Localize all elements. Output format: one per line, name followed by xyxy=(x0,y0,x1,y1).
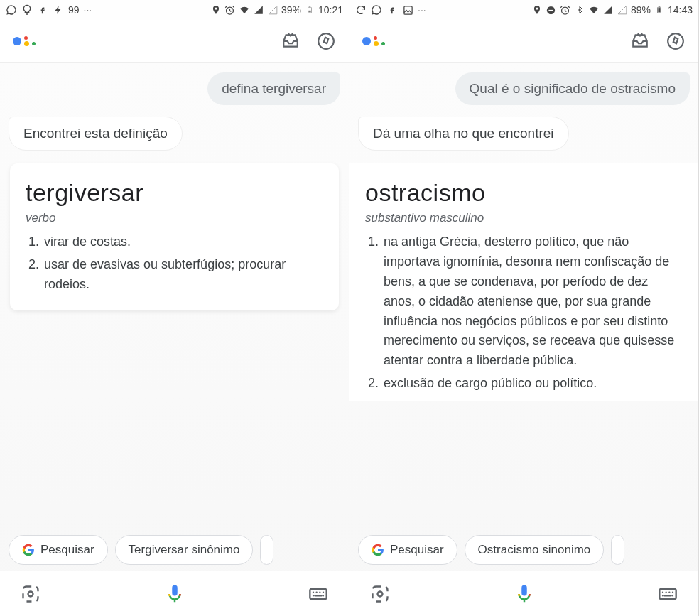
definition-card: ostracismo substantivo masculino 1.na an… xyxy=(350,163,698,401)
chip-label: Pesquisar xyxy=(390,543,444,557)
bluetooth-icon xyxy=(574,4,585,16)
definition-card: tergiversar verbo 1.virar de costas. 2.u… xyxy=(10,163,339,310)
chip-overflow[interactable] xyxy=(611,535,624,565)
inbox-icon[interactable] xyxy=(281,31,300,51)
chat-area: defina tergiversar Encontrei esta defini… xyxy=(0,63,349,616)
google-g-icon xyxy=(372,544,384,556)
image-icon xyxy=(402,4,413,16)
bottom-action-bar xyxy=(0,571,349,616)
svg-rect-2 xyxy=(308,11,310,12)
more-dots: ··· xyxy=(418,4,426,16)
chip-label: Pesquisar xyxy=(40,543,94,557)
status-bar: ··· 89% xyxy=(350,0,698,20)
svg-rect-3 xyxy=(309,6,310,7)
bolt-icon xyxy=(53,4,64,16)
battery-percent: 89% xyxy=(631,4,651,16)
google-g-icon xyxy=(22,544,35,556)
facebook-icon xyxy=(37,4,48,16)
assistant-topbar xyxy=(350,20,698,63)
alarm-icon xyxy=(560,4,571,16)
chip-label: Ostracismo sinonimo xyxy=(478,543,591,557)
chat-area: Qual é o significado de ostracismo Dá um… xyxy=(350,63,698,616)
svg-point-17 xyxy=(378,591,383,596)
notification-counter: 99 xyxy=(68,4,80,16)
whatsapp-icon xyxy=(6,4,17,16)
explore-icon[interactable] xyxy=(316,31,336,51)
svg-point-6 xyxy=(28,591,33,596)
chip-label: Tergiversar sinônimo xyxy=(129,543,240,557)
battery-percent: 39% xyxy=(281,4,301,16)
location-icon xyxy=(531,4,543,16)
definition-part-of-speech: verbo xyxy=(26,211,323,225)
chip-google-search[interactable]: Pesquisar xyxy=(9,535,108,565)
chip-overflow[interactable] xyxy=(260,535,273,565)
definition-part-of-speech: substantivo masculino xyxy=(365,211,683,225)
svg-rect-13 xyxy=(658,8,660,12)
user-message-bubble[interactable]: Qual é o significado de ostracismo xyxy=(455,72,690,105)
wifi-icon xyxy=(588,4,600,16)
keyboard-icon[interactable] xyxy=(657,583,678,605)
signal-icon xyxy=(602,4,614,16)
svg-rect-14 xyxy=(659,6,660,7)
chip-google-search[interactable]: Pesquisar xyxy=(358,535,457,565)
svg-rect-7 xyxy=(310,589,326,599)
lens-icon[interactable] xyxy=(20,583,41,605)
definition-item: 1.na antiga Grécia, desterro político, q… xyxy=(368,232,683,371)
clock-time: 10:21 xyxy=(318,4,343,16)
svg-rect-16 xyxy=(373,586,388,601)
dnd-icon xyxy=(546,4,557,16)
bulb-icon xyxy=(21,4,33,16)
clock-time: 14:43 xyxy=(668,4,693,16)
battery-icon xyxy=(654,4,665,16)
inbox-icon[interactable] xyxy=(630,31,650,51)
assistant-message-bubble: Dá uma olha no que encontrei xyxy=(358,117,569,151)
svg-rect-10 xyxy=(549,9,553,10)
svg-rect-18 xyxy=(659,589,676,599)
definition-word: ostracismo xyxy=(365,179,683,207)
assistant-message-bubble: Encontrei esta definição xyxy=(9,117,183,151)
wifi-icon xyxy=(239,4,250,16)
svg-rect-8 xyxy=(403,6,411,13)
explore-icon[interactable] xyxy=(666,31,686,51)
microphone-icon[interactable] xyxy=(164,583,185,605)
signal-empty-icon xyxy=(267,4,278,16)
facebook-icon xyxy=(386,4,398,16)
chip-synonym[interactable]: Tergiversar sinônimo xyxy=(115,535,254,565)
sync-icon xyxy=(355,4,367,16)
microphone-icon[interactable] xyxy=(514,583,535,605)
user-message-bubble[interactable]: defina tergiversar xyxy=(207,72,340,105)
definition-list: 1.virar de costas. 2.usar de evasivas ou… xyxy=(26,232,323,295)
more-dots: ··· xyxy=(84,4,92,16)
svg-point-15 xyxy=(668,33,683,49)
definition-item: 2.usar de evasivas ou subterfúgios; proc… xyxy=(28,255,323,295)
assistant-topbar xyxy=(0,20,349,63)
phone-right: ··· 89% xyxy=(350,0,699,616)
lens-icon[interactable] xyxy=(369,583,391,605)
suggestion-chips: Pesquisar Tergiversar sinônimo xyxy=(0,535,349,565)
keyboard-icon[interactable] xyxy=(308,583,329,605)
location-icon xyxy=(210,4,222,16)
signal-empty-icon xyxy=(617,4,628,16)
status-bar: 99 ··· 39% 10:21 xyxy=(0,0,349,20)
definition-word: tergiversar xyxy=(26,179,323,207)
phone-left: 99 ··· 39% 10:21 xyxy=(0,0,350,616)
google-assistant-logo-icon[interactable] xyxy=(362,36,385,46)
suggestion-chips: Pesquisar Ostracismo sinonimo xyxy=(350,535,698,565)
bottom-action-bar xyxy=(350,571,698,616)
svg-rect-5 xyxy=(23,586,38,601)
definition-item: 1.virar de costas. xyxy=(28,232,323,252)
battery-icon xyxy=(304,4,315,16)
chip-synonym[interactable]: Ostracismo sinonimo xyxy=(465,535,605,565)
definition-list: 1.na antiga Grécia, desterro político, q… xyxy=(365,232,683,394)
signal-icon xyxy=(253,4,264,16)
definition-item: 2.exclusão de cargo público ou político. xyxy=(368,374,683,394)
svg-point-4 xyxy=(318,33,334,49)
google-assistant-logo-icon[interactable] xyxy=(13,36,36,46)
alarm-icon xyxy=(224,4,236,16)
whatsapp-icon xyxy=(371,4,382,16)
